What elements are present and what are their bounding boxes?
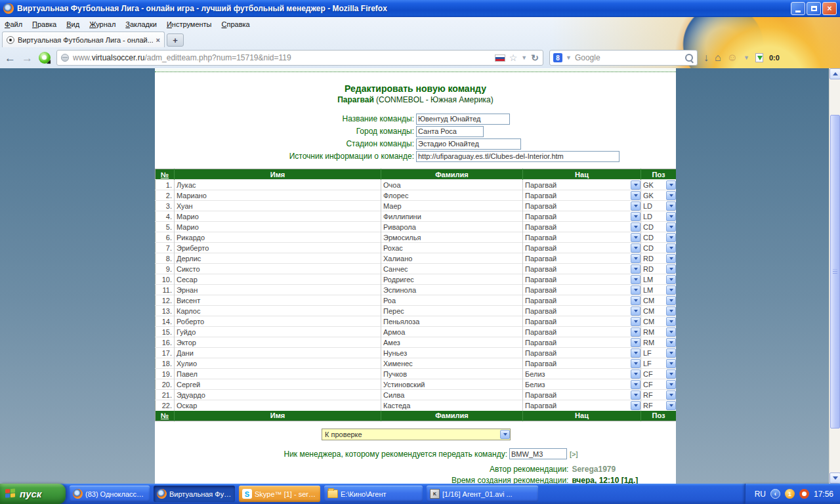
first-name-input[interactable] — [175, 401, 381, 410]
last-name-input[interactable] — [381, 275, 522, 284]
nationality-select[interactable]: Парагвай — [523, 285, 640, 295]
menu-item-2[interactable]: Вид — [66, 20, 79, 28]
language-indicator[interactable]: RU — [755, 490, 766, 499]
nationality-select[interactable]: Парагвай — [523, 201, 640, 211]
russian-flag-icon[interactable] — [495, 54, 505, 62]
first-name-input[interactable] — [175, 275, 381, 284]
downloads-icon[interactable]: ↓ — [704, 52, 709, 63]
position-select[interactable]: GK — [641, 190, 676, 200]
url-text[interactable]: www.virtualsoccer.ru/adm_editteam.php?nu… — [73, 53, 491, 62]
footer-number-link[interactable]: № — [161, 411, 169, 419]
nationality-select[interactable]: Парагвай — [523, 337, 640, 347]
last-name-input[interactable] — [381, 317, 522, 326]
taskbar-button-1[interactable]: Виртуальная Футбо... — [154, 486, 235, 502]
nationality-select[interactable]: Парагвай — [523, 400, 640, 410]
header-number-link[interactable]: № — [161, 171, 169, 178]
last-name-input[interactable] — [381, 233, 522, 242]
save-page-extension-icon[interactable] — [755, 53, 763, 62]
nationality-select[interactable]: Парагвай — [523, 253, 640, 263]
taskbar-button-3[interactable]: E:\Кино\Агент — [324, 486, 423, 502]
nationality-select[interactable]: Парагвай — [523, 264, 640, 274]
tray-collapse-icon[interactable]: ‹ — [770, 489, 780, 499]
status-select[interactable]: К проверке — [322, 429, 511, 440]
menu-item-5[interactable]: Инструменты — [167, 20, 212, 28]
nationality-select[interactable]: Парагвай — [523, 180, 640, 190]
vertical-scrollbar[interactable] — [829, 68, 840, 484]
extension-q-icon[interactable] — [39, 52, 51, 64]
position-select[interactable]: CM — [641, 306, 676, 316]
position-select[interactable]: CD — [641, 232, 676, 242]
nationality-select[interactable]: Белиз — [523, 369, 640, 379]
scrollbar-thumb[interactable] — [830, 115, 840, 429]
position-select[interactable]: RF — [641, 390, 676, 400]
first-name-input[interactable] — [175, 222, 381, 232]
position-select[interactable]: LF — [641, 358, 676, 368]
first-name-input[interactable] — [175, 296, 381, 305]
last-name-input[interactable] — [381, 254, 522, 263]
first-name-input[interactable] — [175, 264, 381, 274]
url-dropdown-icon[interactable]: ▼ — [521, 54, 527, 61]
taskbar-button-2[interactable]: SSkype™ [1] - serega-... — [239, 486, 320, 502]
new-tab-button[interactable]: + — [167, 33, 184, 47]
mail-agent-tray-icon[interactable]: 1 — [785, 489, 795, 499]
last-name-input[interactable] — [381, 306, 522, 316]
first-name-input[interactable] — [175, 338, 381, 347]
first-name-input[interactable] — [175, 212, 381, 221]
team-source-input[interactable] — [416, 151, 620, 162]
reload-icon[interactable]: ↻ — [531, 53, 539, 62]
first-name-input[interactable] — [175, 327, 381, 337]
close-button[interactable]: × — [822, 2, 837, 15]
url-bar[interactable]: www.virtualsoccer.ru/adm_editteam.php?nu… — [56, 50, 543, 66]
position-select[interactable]: RF — [641, 400, 676, 410]
position-select[interactable]: CD — [641, 243, 676, 253]
last-name-input[interactable] — [381, 222, 522, 232]
scroll-up-button[interactable] — [830, 68, 840, 79]
menu-item-1[interactable]: Правка — [32, 20, 56, 28]
search-input[interactable]: Google — [575, 53, 682, 62]
last-name-input[interactable] — [381, 212, 522, 221]
nationality-select[interactable]: Парагвай — [523, 390, 640, 400]
menu-item-3[interactable]: Журнал — [89, 20, 116, 28]
first-name-input[interactable] — [175, 180, 381, 190]
opera-tray-icon[interactable] — [799, 489, 809, 499]
last-name-input[interactable] — [381, 390, 522, 400]
position-select[interactable]: RD — [641, 264, 676, 274]
bookmark-star-icon[interactable]: ☆ — [509, 53, 518, 62]
position-select[interactable]: CD — [641, 222, 676, 232]
nationality-select[interactable]: Парагвай — [523, 243, 640, 253]
first-name-input[interactable] — [175, 317, 381, 326]
first-name-input[interactable] — [175, 201, 381, 211]
smiley-extension-icon[interactable]: ☺ — [727, 52, 738, 63]
last-name-input[interactable] — [381, 380, 522, 389]
team-name-input[interactable] — [416, 114, 510, 125]
last-name-input[interactable] — [381, 191, 522, 200]
nationality-select[interactable]: Парагвай — [523, 306, 640, 316]
last-name-input[interactable] — [381, 243, 522, 253]
position-select[interactable]: LD — [641, 211, 676, 221]
manager-lookup-link[interactable]: [>] — [570, 450, 578, 458]
first-name-input[interactable] — [175, 254, 381, 263]
position-select[interactable]: RD — [641, 253, 676, 263]
last-name-input[interactable] — [381, 201, 522, 211]
position-select[interactable]: RM — [641, 327, 676, 337]
scroll-down-button[interactable] — [830, 472, 840, 484]
first-name-input[interactable] — [175, 380, 381, 389]
nationality-select[interactable]: Парагвай — [523, 295, 640, 305]
forward-button[interactable]: → — [22, 52, 33, 64]
nationality-select[interactable]: Белиз — [523, 379, 640, 389]
first-name-input[interactable] — [175, 390, 381, 400]
back-button[interactable]: ← — [5, 52, 16, 64]
last-name-input[interactable] — [381, 296, 522, 305]
nationality-select[interactable]: Парагвай — [523, 316, 640, 326]
last-name-input[interactable] — [381, 338, 522, 347]
team-stadium-input[interactable] — [416, 138, 521, 150]
position-select[interactable]: GK — [641, 180, 676, 190]
last-name-input[interactable] — [381, 401, 522, 410]
home-icon[interactable]: ⌂ — [715, 52, 721, 63]
search-icon[interactable] — [685, 54, 694, 62]
menu-item-4[interactable]: Закладки — [125, 20, 157, 28]
menu-item-6[interactable]: Справка — [222, 20, 250, 28]
minimize-button[interactable] — [791, 2, 805, 15]
position-select[interactable]: CF — [641, 369, 676, 379]
menu-item-0[interactable]: Файл — [5, 20, 22, 28]
